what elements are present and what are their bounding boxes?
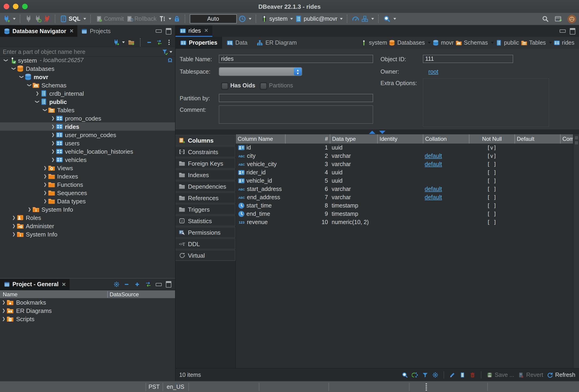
- section-tab-triggers[interactable]: Triggers: [175, 204, 235, 215]
- rollback-button[interactable]: Rollback: [126, 15, 157, 23]
- project-item-scripts[interactable]: ❯Scripts: [0, 315, 175, 323]
- expand-arrow-icon[interactable]: ❯: [50, 149, 56, 154]
- tree-item-indexes[interactable]: ❯Indexes: [0, 172, 175, 180]
- transaction-log-button[interactable]: [158, 15, 171, 23]
- tree-item-views[interactable]: ❯Views: [0, 164, 175, 172]
- grid-header-identity[interactable]: Identity: [377, 134, 423, 144]
- tree-item-data-types[interactable]: ❯Data types: [0, 197, 175, 205]
- search-button[interactable]: [383, 15, 396, 23]
- revert-button[interactable]: Revert: [518, 372, 543, 378]
- disconnect-icon[interactable]: [43, 15, 51, 23]
- expand-arrow-icon[interactable]: ❯: [11, 215, 17, 220]
- maximize-panel-icon[interactable]: [166, 28, 171, 34]
- section-tab-permissions[interactable]: Permissions: [175, 227, 235, 238]
- dashboard-icon[interactable]: [352, 15, 360, 23]
- grid-header-column-name[interactable]: Column Name: [236, 134, 285, 144]
- expand-arrow-icon[interactable]: ❯: [1, 317, 6, 321]
- save-button[interactable]: Save ...: [486, 372, 514, 378]
- tree-item-system-info[interactable]: ❯iSystem Info: [0, 205, 175, 214]
- tree-item-administer[interactable]: ❯Administer: [0, 222, 175, 230]
- project-item-bookmarks[interactable]: ❯Bookmarks: [0, 298, 175, 306]
- tasks-button[interactable]: [361, 15, 374, 23]
- column-header-datasource[interactable]: DataSource: [108, 291, 139, 297]
- grid-header-not-null[interactable]: Not Null: [469, 134, 514, 144]
- commit-mode-select[interactable]: Auto: [190, 14, 236, 23]
- section-tab-foreign-keys[interactable]: Foreign Keys: [175, 158, 235, 169]
- lock-icon[interactable]: [173, 15, 180, 23]
- column-header-name[interactable]: Name: [0, 291, 108, 297]
- has-oids-checkbox[interactable]: [221, 83, 228, 89]
- expand-arrow-icon[interactable]: ❯: [42, 182, 48, 187]
- grid-header-collation[interactable]: Collation: [423, 134, 469, 144]
- new-window-icon[interactable]: [555, 15, 562, 23]
- minimize-editor-icon[interactable]: [560, 29, 566, 33]
- tree-item-rides[interactable]: ❯rides: [0, 122, 175, 131]
- section-tab-constraints[interactable]: Constraints: [175, 146, 235, 157]
- tree-item-sequences[interactable]: ❯Sequences: [0, 189, 175, 197]
- minimize-panel-icon[interactable]: [156, 29, 162, 33]
- tablespace-select[interactable]: ▲▼: [219, 67, 302, 76]
- maximize-panel-icon[interactable]: [166, 281, 171, 287]
- grid-row-end_address[interactable]: ABCend_address7varchardefault[ ]: [236, 193, 573, 202]
- grid-row-id[interactable]: id1uuid[v]: [236, 144, 573, 152]
- grid-row-end_time[interactable]: end_time9timestamp[ ]: [236, 210, 573, 218]
- grid-row-vehicle_city[interactable]: ABCvehicle_city3varchardefault[ ]: [236, 160, 573, 168]
- expand-arrow-icon[interactable]: ❯: [42, 166, 48, 170]
- collapse-down-icon[interactable]: [379, 130, 385, 134]
- statusbar-grip[interactable]: [426, 383, 427, 391]
- expand-arrow-icon[interactable]: ❯: [1, 308, 6, 313]
- tab-project-general[interactable]: Project - General✕: [0, 279, 70, 290]
- section-tab-columns[interactable]: Columns: [175, 135, 235, 146]
- section-tab-indexes[interactable]: Indexes: [175, 169, 235, 180]
- grid-header-data-type[interactable]: Data type: [330, 134, 377, 144]
- tab-database-navigator[interactable]: Database Navigator✕: [0, 25, 77, 37]
- tree-item-schemas[interactable]: ❯Schemas: [0, 81, 175, 89]
- grid-header-#[interactable]: #: [285, 134, 330, 144]
- tree-item-functions[interactable]: ❯Functions: [0, 180, 175, 189]
- project-item-er-diagrams[interactable]: ❯ER Diagrams: [0, 306, 175, 315]
- editor-tab-rides[interactable]: rides✕: [175, 25, 213, 37]
- collation-link[interactable]: default: [425, 186, 442, 192]
- expand-up-icon[interactable]: [369, 130, 375, 134]
- expand-arrow-icon[interactable]: ❯: [27, 207, 32, 212]
- link-with-editor-icon[interactable]: [156, 39, 163, 45]
- tree-item-movr[interactable]: ❯movr: [0, 73, 175, 81]
- section-tab-virtual[interactable]: Virtual: [175, 250, 235, 261]
- collapse-arrow-icon[interactable]: ❯: [11, 66, 16, 71]
- object-filter-input[interactable]: [0, 49, 162, 55]
- object-id-input[interactable]: [423, 55, 513, 63]
- link-with-editor-icon[interactable]: [145, 281, 151, 287]
- new-connection-small-button[interactable]: [113, 39, 125, 45]
- collapse-arrow-icon[interactable]: ❯: [4, 57, 8, 63]
- tab-projects[interactable]: Projects: [77, 25, 114, 37]
- comment-textarea[interactable]: [219, 105, 373, 124]
- section-tab-dependencies[interactable]: Dependencies: [175, 181, 235, 192]
- collapse-arrow-icon[interactable]: ❯: [19, 74, 24, 80]
- expand-arrow-icon[interactable]: ❯: [50, 141, 56, 145]
- collation-link[interactable]: default: [425, 153, 442, 159]
- transaction-history-button[interactable]: [238, 15, 251, 23]
- subtab-data[interactable]: <>Data: [222, 37, 252, 49]
- table-name-input[interactable]: [219, 55, 373, 63]
- section-tab-references[interactable]: References: [175, 192, 235, 203]
- collation-link[interactable]: default: [425, 161, 442, 168]
- tree-item-system-info[interactable]: ❯iSystem Info: [0, 230, 175, 238]
- edit-pencil-icon[interactable]: [449, 372, 456, 378]
- timezone-indicator[interactable]: PST: [145, 381, 163, 392]
- tree-item-system[interactable]: ❯system- localhost:26257: [0, 56, 175, 64]
- tree-item-promo-codes[interactable]: ❯promo_codes: [0, 114, 175, 122]
- expand-arrow-icon[interactable]: ❯: [50, 157, 56, 162]
- grid-row-start_address[interactable]: ABCstart_address6varchardefault[ ]: [236, 185, 573, 193]
- filter-icon[interactable]: [422, 372, 428, 378]
- tree-item-crdb-internal[interactable]: ❯crdb_internal: [0, 89, 175, 98]
- maximize-editor-icon[interactable]: [570, 28, 575, 34]
- tree-item-databases[interactable]: ❯Databases: [0, 64, 175, 73]
- owner-link[interactable]: root: [428, 68, 438, 75]
- active-database-select[interactable]: public@movr: [295, 15, 343, 23]
- tree-item-tables[interactable]: ❯Tables: [0, 106, 175, 114]
- expand-arrow-icon[interactable]: ❯: [50, 124, 56, 129]
- reconnect-icon[interactable]: [34, 15, 41, 23]
- breadcrumb-rides[interactable]: rides: [554, 40, 575, 46]
- grid-row-city[interactable]: ABCcity2varchardefault[v]: [236, 152, 573, 160]
- partition-by-input[interactable]: [219, 94, 373, 102]
